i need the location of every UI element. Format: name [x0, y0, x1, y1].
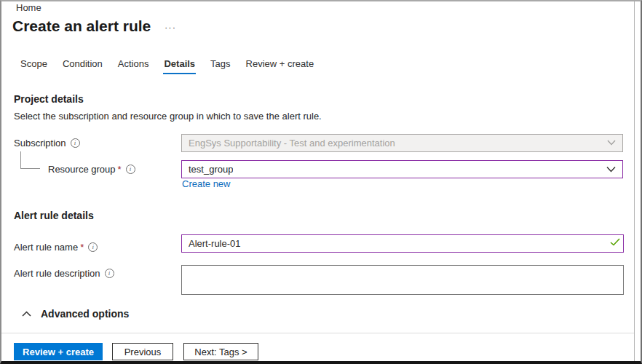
- alert-rule-name-label-text: Alert rule name*: [14, 242, 84, 253]
- previous-button[interactable]: Previous: [112, 343, 173, 360]
- subscription-label: Subscription i: [14, 138, 80, 149]
- scrollbar-track-edge: [634, 1, 635, 361]
- info-icon[interactable]: i: [71, 138, 80, 148]
- review-create-button[interactable]: Review + create: [14, 343, 103, 360]
- advanced-options-label: Advanced options: [41, 308, 129, 320]
- tab-tags[interactable]: Tags: [209, 57, 231, 74]
- chevron-down-icon: [607, 140, 616, 146]
- chevron-up-icon: [22, 311, 31, 317]
- tab-condition[interactable]: Condition: [61, 57, 104, 74]
- resource-group-label: Resource group* i: [48, 164, 135, 175]
- tab-details[interactable]: Details: [162, 57, 197, 74]
- alert-rule-description-input[interactable]: [181, 265, 624, 295]
- project-details-heading: Project details: [14, 93, 84, 105]
- resource-group-dropdown[interactable]: test_group: [181, 160, 623, 178]
- project-details-description: Select the subscription and resource gro…: [14, 111, 322, 122]
- breadcrumb-home[interactable]: Home: [16, 2, 41, 13]
- required-marker: *: [80, 242, 84, 253]
- resource-group-label-text: Resource group*: [48, 164, 122, 175]
- required-marker: *: [118, 164, 122, 175]
- chevron-down-icon: [606, 166, 616, 173]
- next-tags-button[interactable]: Next: Tags >: [183, 343, 258, 360]
- alert-rule-description-label: Alert rule description i: [14, 268, 114, 279]
- alert-rule-description-label-text: Alert rule description: [14, 268, 100, 279]
- tab-scope[interactable]: Scope: [19, 57, 49, 74]
- alert-rule-name-label: Alert rule name* i: [14, 242, 98, 253]
- subscription-dropdown: EngSys Supportability - Test and experim…: [181, 134, 623, 152]
- info-icon[interactable]: i: [105, 269, 114, 278]
- more-options-icon[interactable]: ···: [165, 22, 176, 33]
- subscription-value: EngSys Supportability - Test and experim…: [189, 138, 395, 149]
- subscription-label-text: Subscription: [14, 138, 66, 149]
- valid-check-icon: [610, 238, 620, 246]
- page-title: Create an alert rule: [12, 17, 151, 35]
- info-icon[interactable]: i: [126, 165, 135, 174]
- create-new-link[interactable]: Create new: [182, 178, 230, 189]
- tab-actions[interactable]: Actions: [116, 57, 151, 74]
- create-alert-rule-page: Home Create an alert rule ··· Scope Cond…: [0, 0, 642, 364]
- tab-review-create[interactable]: Review + create: [245, 57, 316, 74]
- tree-connector-horizontal: [20, 168, 40, 169]
- advanced-options-toggle[interactable]: Advanced options: [22, 308, 129, 320]
- alert-rule-name-input[interactable]: [181, 234, 624, 253]
- resource-group-value: test_group: [189, 164, 233, 175]
- wizard-tabs: Scope Condition Actions Details Tags Rev…: [19, 57, 315, 74]
- tree-connector-vertical: [20, 151, 21, 168]
- info-icon[interactable]: i: [88, 242, 98, 252]
- footer-divider: [1, 333, 634, 333]
- alert-rule-details-heading: Alert rule details: [14, 210, 94, 221]
